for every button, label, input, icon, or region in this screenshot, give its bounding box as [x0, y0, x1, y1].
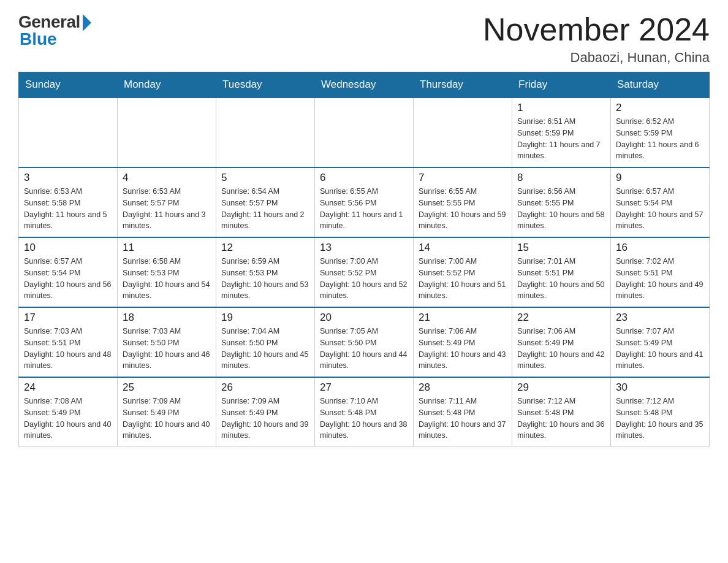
calendar-cell: 18Sunrise: 7:03 AMSunset: 5:50 PMDayligh… [118, 307, 216, 377]
day-info: Sunrise: 7:09 AMSunset: 5:49 PMDaylight:… [221, 396, 309, 442]
calendar-cell: 25Sunrise: 7:09 AMSunset: 5:49 PMDayligh… [118, 377, 216, 447]
weekday-header-thursday: Thursday [414, 72, 512, 98]
day-number: 6 [320, 172, 408, 184]
day-number: 13 [320, 242, 408, 254]
week-row-2: 10Sunrise: 6:57 AMSunset: 5:54 PMDayligh… [19, 237, 710, 307]
calendar-cell: 13Sunrise: 7:00 AMSunset: 5:52 PMDayligh… [315, 237, 414, 307]
week-row-3: 17Sunrise: 7:03 AMSunset: 5:51 PMDayligh… [19, 307, 710, 377]
calendar-cell: 22Sunrise: 7:06 AMSunset: 5:49 PMDayligh… [512, 307, 611, 377]
day-info: Sunrise: 6:59 AMSunset: 5:53 PMDaylight:… [221, 256, 309, 302]
calendar-cell: 16Sunrise: 7:02 AMSunset: 5:51 PMDayligh… [611, 237, 710, 307]
day-info: Sunrise: 6:51 AMSunset: 5:59 PMDaylight:… [517, 116, 605, 162]
calendar-cell [216, 98, 315, 167]
day-number: 8 [517, 172, 605, 184]
day-number: 10 [24, 242, 112, 254]
day-number: 19 [221, 312, 309, 324]
day-number: 3 [24, 172, 112, 184]
calendar-cell: 2Sunrise: 6:52 AMSunset: 5:59 PMDaylight… [611, 98, 710, 167]
calendar-cell [19, 98, 118, 167]
calendar-cell: 21Sunrise: 7:06 AMSunset: 5:49 PMDayligh… [414, 307, 512, 377]
day-info: Sunrise: 6:55 AMSunset: 5:56 PMDaylight:… [320, 186, 408, 232]
weekday-header-row: SundayMondayTuesdayWednesdayThursdayFrid… [19, 72, 710, 98]
day-info: Sunrise: 7:08 AMSunset: 5:49 PMDaylight:… [24, 396, 112, 442]
day-number: 18 [123, 312, 211, 324]
day-number: 20 [320, 312, 408, 324]
day-info: Sunrise: 6:57 AMSunset: 5:54 PMDaylight:… [24, 256, 112, 302]
day-info: Sunrise: 7:10 AMSunset: 5:48 PMDaylight:… [320, 396, 408, 442]
day-number: 7 [419, 172, 507, 184]
day-info: Sunrise: 7:12 AMSunset: 5:48 PMDaylight:… [517, 396, 605, 442]
day-info: Sunrise: 7:11 AMSunset: 5:48 PMDaylight:… [419, 396, 507, 442]
calendar-cell: 5Sunrise: 6:54 AMSunset: 5:57 PMDaylight… [216, 167, 315, 237]
calendar-cell: 6Sunrise: 6:55 AMSunset: 5:56 PMDaylight… [315, 167, 414, 237]
day-info: Sunrise: 7:07 AMSunset: 5:49 PMDaylight:… [616, 326, 704, 372]
day-number: 14 [419, 242, 507, 254]
weekday-header-sunday: Sunday [19, 72, 118, 98]
calendar-cell: 27Sunrise: 7:10 AMSunset: 5:48 PMDayligh… [315, 377, 414, 447]
day-info: Sunrise: 7:05 AMSunset: 5:50 PMDaylight:… [320, 326, 408, 372]
day-info: Sunrise: 6:58 AMSunset: 5:53 PMDaylight:… [123, 256, 211, 302]
day-number: 30 [616, 381, 704, 394]
calendar-cell [315, 98, 414, 167]
day-info: Sunrise: 6:52 AMSunset: 5:59 PMDaylight:… [616, 116, 704, 162]
calendar-cell: 28Sunrise: 7:11 AMSunset: 5:48 PMDayligh… [414, 377, 512, 447]
weekday-header-friday: Friday [512, 72, 611, 98]
day-info: Sunrise: 6:55 AMSunset: 5:55 PMDaylight:… [419, 186, 507, 232]
calendar-cell: 8Sunrise: 6:56 AMSunset: 5:55 PMDaylight… [512, 167, 611, 237]
day-number: 11 [123, 242, 211, 254]
calendar-cell: 12Sunrise: 6:59 AMSunset: 5:53 PMDayligh… [216, 237, 315, 307]
calendar-cell: 10Sunrise: 6:57 AMSunset: 5:54 PMDayligh… [19, 237, 118, 307]
day-number: 17 [24, 312, 112, 324]
calendar-table: SundayMondayTuesdayWednesdayThursdayFrid… [18, 72, 710, 447]
day-info: Sunrise: 7:06 AMSunset: 5:49 PMDaylight:… [517, 326, 605, 372]
day-info: Sunrise: 7:03 AMSunset: 5:50 PMDaylight:… [123, 326, 211, 372]
calendar-cell: 1Sunrise: 6:51 AMSunset: 5:59 PMDaylight… [512, 98, 611, 167]
calendar-cell: 30Sunrise: 7:12 AMSunset: 5:48 PMDayligh… [611, 377, 710, 447]
day-number: 25 [123, 381, 211, 394]
page-header: General Blue November 2024 Dabaozi, Huna… [18, 12, 710, 66]
day-number: 12 [221, 242, 309, 254]
day-info: Sunrise: 6:53 AMSunset: 5:57 PMDaylight:… [123, 186, 211, 232]
calendar-cell: 15Sunrise: 7:01 AMSunset: 5:51 PMDayligh… [512, 237, 611, 307]
calendar-cell: 3Sunrise: 6:53 AMSunset: 5:58 PMDaylight… [19, 167, 118, 237]
calendar-cell: 19Sunrise: 7:04 AMSunset: 5:50 PMDayligh… [216, 307, 315, 377]
day-number: 5 [221, 172, 309, 184]
day-info: Sunrise: 6:53 AMSunset: 5:58 PMDaylight:… [24, 186, 112, 232]
day-number: 26 [221, 381, 309, 394]
day-number: 29 [517, 381, 605, 394]
day-info: Sunrise: 6:56 AMSunset: 5:55 PMDaylight:… [517, 186, 605, 232]
day-number: 24 [24, 381, 112, 394]
day-number: 28 [419, 381, 507, 394]
day-info: Sunrise: 7:09 AMSunset: 5:49 PMDaylight:… [123, 396, 211, 442]
day-info: Sunrise: 7:03 AMSunset: 5:51 PMDaylight:… [24, 326, 112, 372]
logo-blue-text: Blue [20, 29, 57, 49]
day-number: 23 [616, 312, 704, 324]
day-number: 9 [616, 172, 704, 184]
day-info: Sunrise: 7:02 AMSunset: 5:51 PMDaylight:… [616, 256, 704, 302]
day-info: Sunrise: 7:04 AMSunset: 5:50 PMDaylight:… [221, 326, 309, 372]
calendar-cell: 9Sunrise: 6:57 AMSunset: 5:54 PMDaylight… [611, 167, 710, 237]
week-row-0: 1Sunrise: 6:51 AMSunset: 5:59 PMDaylight… [19, 98, 710, 167]
day-number: 1 [517, 102, 605, 114]
day-info: Sunrise: 7:00 AMSunset: 5:52 PMDaylight:… [419, 256, 507, 302]
calendar-cell: 23Sunrise: 7:07 AMSunset: 5:49 PMDayligh… [611, 307, 710, 377]
title-section: November 2024 Dabaozi, Hunan, China [483, 12, 710, 66]
calendar-cell [118, 98, 216, 167]
calendar-cell: 7Sunrise: 6:55 AMSunset: 5:55 PMDaylight… [414, 167, 512, 237]
calendar-cell: 29Sunrise: 7:12 AMSunset: 5:48 PMDayligh… [512, 377, 611, 447]
weekday-header-tuesday: Tuesday [216, 72, 315, 98]
calendar-cell: 4Sunrise: 6:53 AMSunset: 5:57 PMDaylight… [118, 167, 216, 237]
week-row-4: 24Sunrise: 7:08 AMSunset: 5:49 PMDayligh… [19, 377, 710, 447]
calendar-cell: 14Sunrise: 7:00 AMSunset: 5:52 PMDayligh… [414, 237, 512, 307]
logo: General Blue [18, 12, 91, 49]
day-info: Sunrise: 7:12 AMSunset: 5:48 PMDaylight:… [616, 396, 704, 442]
day-number: 16 [616, 242, 704, 254]
week-row-1: 3Sunrise: 6:53 AMSunset: 5:58 PMDaylight… [19, 167, 710, 237]
calendar-cell: 24Sunrise: 7:08 AMSunset: 5:49 PMDayligh… [19, 377, 118, 447]
calendar-cell: 20Sunrise: 7:05 AMSunset: 5:50 PMDayligh… [315, 307, 414, 377]
calendar-title: November 2024 [483, 12, 710, 47]
calendar-cell: 17Sunrise: 7:03 AMSunset: 5:51 PMDayligh… [19, 307, 118, 377]
day-number: 15 [517, 242, 605, 254]
day-number: 22 [517, 312, 605, 324]
day-number: 27 [320, 381, 408, 394]
